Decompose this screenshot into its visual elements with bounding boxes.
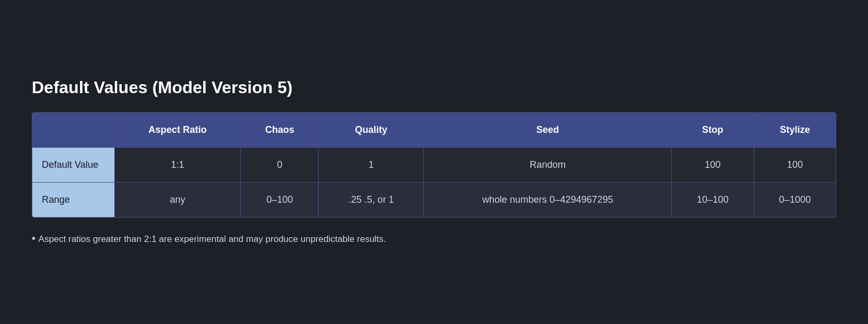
cell-seed-row0: Random bbox=[424, 148, 672, 183]
cell-seed-row1: whole numbers 0–4294967295 bbox=[424, 183, 672, 218]
header-quality: Quality bbox=[319, 113, 424, 148]
data-table-wrapper: Aspect Ratio Chaos Quality Seed Stop Sty… bbox=[32, 112, 836, 218]
cell-stylize-row0: 100 bbox=[754, 148, 836, 183]
cell-label-row0: Default Value bbox=[32, 148, 114, 183]
cell-chaos-row0: 0 bbox=[241, 148, 319, 183]
header-seed: Seed bbox=[424, 113, 672, 148]
cell-stop-row0: 100 bbox=[672, 148, 754, 183]
main-container: Default Values (Model Version 5) Aspect … bbox=[21, 62, 847, 262]
cell-stop-row1: 10–100 bbox=[672, 183, 754, 218]
cell-aspect_ratio-row1: any bbox=[114, 183, 241, 218]
default-values-table: Aspect Ratio Chaos Quality Seed Stop Sty… bbox=[32, 113, 836, 217]
header-aspect-ratio: Aspect Ratio bbox=[114, 113, 241, 148]
cell-quality-row0: 1 bbox=[319, 148, 424, 183]
cell-aspect_ratio-row0: 1:1 bbox=[114, 148, 241, 183]
cell-quality-row1: .25 .5, or 1 bbox=[319, 183, 424, 218]
footnote-text: Aspect ratios greater than 2:1 are exper… bbox=[32, 230, 836, 246]
header-stop: Stop bbox=[672, 113, 754, 148]
header-stylize: Stylize bbox=[754, 113, 836, 148]
table-row: Default Value1:101Random100100 bbox=[32, 148, 836, 183]
cell-stylize-row1: 0–1000 bbox=[754, 183, 836, 218]
table-header-row: Aspect Ratio Chaos Quality Seed Stop Sty… bbox=[32, 113, 836, 148]
table-row: Rangeany0–100.25 .5, or 1whole numbers 0… bbox=[32, 183, 836, 218]
header-chaos: Chaos bbox=[241, 113, 319, 148]
cell-chaos-row1: 0–100 bbox=[241, 183, 319, 218]
header-empty bbox=[32, 113, 114, 148]
page-title: Default Values (Model Version 5) bbox=[32, 78, 836, 97]
cell-label-row1: Range bbox=[32, 183, 114, 218]
